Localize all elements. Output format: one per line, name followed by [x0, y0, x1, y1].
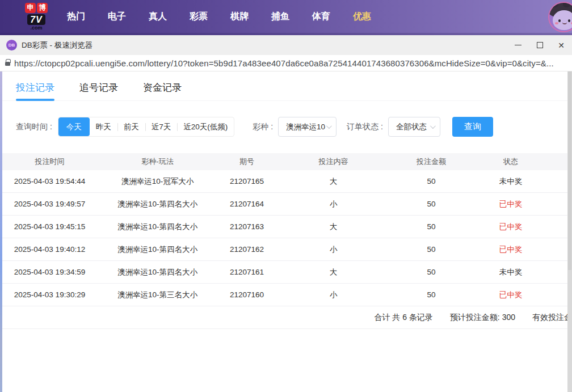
minimize-button[interactable]	[507, 35, 529, 55]
summary-total-records: 合计 共 6 条记录	[374, 313, 432, 323]
bet-time: 2025-04-03 19:30:29	[0, 290, 99, 299]
avatar-eye-left	[558, 19, 561, 22]
game-play: 澳洲幸运10-第三名大小	[99, 290, 216, 300]
tab-chase-records-label: 追号记录	[79, 82, 118, 93]
lottery-select-value: 澳洲幸运10	[286, 122, 325, 132]
window-controls: ✕	[507, 35, 572, 55]
col-game-play: 彩种-玩法	[99, 157, 216, 167]
nav-menu: 热门 电子 真人 彩票 棋牌 捕鱼 体育 优惠	[64, 9, 375, 25]
window-title: DB彩票 - 极速浏览器	[22, 40, 92, 50]
search-button[interactable]: 查询	[452, 117, 493, 137]
logo-com-text: .com	[30, 25, 42, 31]
nav-item-lottery[interactable]: 彩票	[186, 9, 211, 25]
user-avatar[interactable]	[548, 2, 572, 32]
summary-valid-amount: 有效投注金额	[532, 313, 572, 323]
bet-amount: 50	[389, 268, 474, 276]
tab-bet-records-label: 投注记录	[16, 82, 54, 93]
bet-content: 小	[278, 199, 389, 209]
bet-amount: 50	[389, 245, 474, 254]
nav-item-sports[interactable]: 体育	[309, 9, 334, 25]
summary-expected-amount: 预计投注金额: 300	[450, 313, 515, 323]
bet-status: 未中奖	[474, 176, 548, 187]
col-status: 状态	[474, 157, 548, 167]
close-button[interactable]: ✕	[550, 35, 572, 55]
tab-chase-records[interactable]: 追号记录	[79, 81, 118, 100]
bet-amount: 50	[389, 177, 474, 186]
record-tabs: 投注记录 追号记录 资金记录	[0, 71, 572, 101]
bet-time: 2025-04-03 19:40:12	[0, 245, 99, 254]
minimize-icon	[515, 45, 521, 45]
bet-amount: 50	[389, 290, 474, 299]
bet-time: 2025-04-03 19:34:59	[0, 268, 99, 276]
bet-time: 2025-04-03 19:45:15	[0, 222, 99, 231]
tab-fund-records[interactable]: 资金记录	[143, 81, 182, 100]
nav-item-hot[interactable]: 热门	[64, 9, 89, 25]
bet-time: 2025-04-03 19:54:44	[0, 177, 99, 186]
issue: 21207161	[216, 268, 278, 276]
bet-content: 小	[278, 245, 389, 255]
time-option-last-7-days[interactable]: 近7天	[145, 117, 178, 136]
site-logo[interactable]: 申 博 7V .com	[22, 3, 51, 31]
filter-bar: 查询时间 : 今天 昨天 前天 近7天 近20天(低频) 彩种 : 澳洲幸运10…	[16, 117, 572, 137]
chevron-down-icon	[430, 123, 436, 129]
bet-status: 已中奖	[474, 290, 548, 300]
left-gradient-strip	[0, 71, 2, 392]
order-status-select[interactable]: 全部状态	[388, 117, 440, 137]
maximize-button[interactable]	[529, 35, 550, 55]
table-row: 2025-04-03 19:54:44 澳洲幸运10-冠军大小 21207165…	[0, 170, 572, 193]
nav-item-promos[interactable]: 优惠	[350, 9, 375, 25]
time-option-day-before[interactable]: 前天	[117, 117, 145, 136]
lottery-filter-label: 彩种 :	[253, 122, 273, 132]
browser-tab-icon: DB	[6, 40, 17, 50]
vertical-scrollbar[interactable]	[567, 71, 572, 392]
table-row: 2025-04-03 19:45:15 澳洲幸运10-第四名大小 2120716…	[0, 216, 572, 238]
time-option-yesterday[interactable]: 昨天	[90, 117, 117, 136]
lottery-select[interactable]: 澳洲幸运10	[278, 117, 337, 137]
table-row: 2025-04-03 19:49:57 澳洲幸运10-第四名大小 2120716…	[0, 193, 572, 216]
browser-titlebar: DB DB彩票 - 极速浏览器 ✕	[0, 35, 572, 55]
issue: 21207163	[216, 222, 278, 231]
game-play: 澳洲幸运10-第四名大小	[99, 267, 216, 277]
issue: 21207160	[216, 290, 278, 299]
table-header-row: 投注时间 彩种-玩法 期号 投注内容 投注金额 状态	[0, 153, 572, 170]
table-summary: 合计 共 6 条记录 预计投注金额: 300 有效投注金额	[0, 306, 572, 329]
bet-amount: 50	[389, 222, 474, 231]
bet-status: 已中奖	[474, 245, 548, 255]
nav-item-live[interactable]: 真人	[145, 9, 170, 25]
tab-fund-records-label: 资金记录	[143, 82, 182, 93]
page-content: 投注记录 追号记录 资金记录 查询时间 : 今天 昨天 前天 近7天 近20天(…	[0, 71, 572, 392]
game-play: 澳洲幸运10-第四名大小	[99, 222, 216, 232]
col-bet-content: 投注内容	[278, 157, 389, 167]
bet-records-table: 投注时间 彩种-玩法 期号 投注内容 投注金额 状态 2025-04-03 19…	[0, 153, 572, 329]
nav-item-fishing[interactable]: 捕鱼	[268, 9, 293, 25]
col-bet-amount: 投注金额	[389, 157, 474, 167]
tab-bet-records[interactable]: 投注记录	[16, 81, 54, 100]
time-range-group: 今天 昨天 前天 近7天 近20天(低频)	[58, 117, 235, 137]
bet-status: 已中奖	[474, 199, 548, 209]
active-tab-underline	[16, 99, 54, 101]
order-status-filter-label: 订单状态 :	[347, 122, 383, 132]
logo-char-bo: 博	[37, 3, 48, 13]
nav-item-slots[interactable]: 电子	[104, 9, 129, 25]
maximize-icon	[537, 42, 543, 48]
url-text[interactable]: https://ctopcp02pcali.uengi5e.com/lotter…	[14, 58, 554, 68]
browser-urlbar[interactable]: https://ctopcp02pcali.uengi5e.com/lotter…	[0, 55, 572, 71]
nav-item-board-games[interactable]: 棋牌	[227, 9, 252, 25]
time-option-today[interactable]: 今天	[58, 117, 90, 136]
issue: 21207164	[216, 200, 278, 208]
bet-status: 已中奖	[474, 222, 548, 232]
chevron-down-icon	[326, 123, 332, 129]
time-option-last-20-days[interactable]: 近20天(低频)	[177, 117, 234, 136]
table-row: 2025-04-03 19:30:29 澳洲幸运10-第三名大小 2120716…	[0, 284, 572, 306]
bet-status: 未中奖	[474, 267, 548, 277]
issue: 21207162	[216, 245, 278, 254]
issue: 21207165	[216, 177, 278, 186]
bet-content: 大	[278, 176, 389, 187]
game-play: 澳洲幸运10-第四名大小	[99, 245, 216, 255]
bet-amount: 50	[389, 200, 474, 208]
close-icon: ✕	[558, 41, 565, 49]
bet-content: 大	[278, 222, 389, 232]
lock-icon	[5, 62, 10, 66]
game-play: 澳洲幸运10-第四名大小	[99, 199, 216, 209]
logo-char-shen: 申	[25, 3, 36, 13]
